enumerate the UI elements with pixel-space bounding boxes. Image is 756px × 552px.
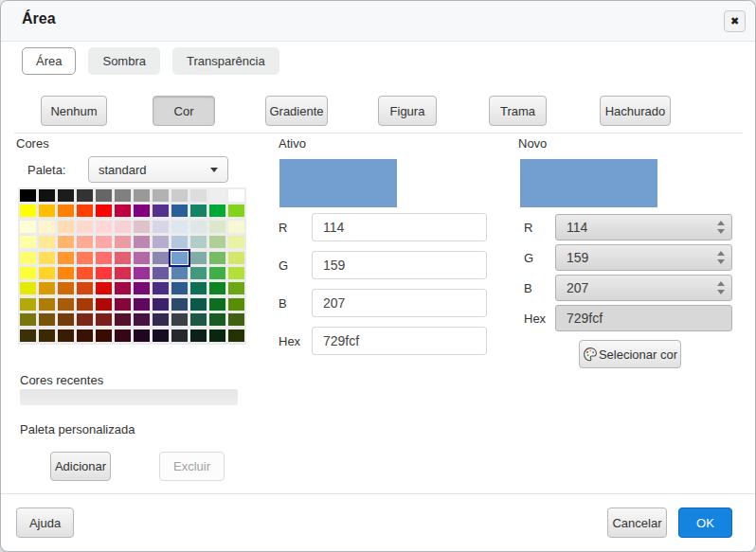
tab-sombra[interactable]: Sombra — [88, 47, 160, 75]
palette-swatch[interactable] — [153, 252, 169, 264]
palette-swatch[interactable] — [171, 267, 188, 279]
palette-swatch[interactable] — [171, 189, 188, 202]
fill-image-button[interactable]: Figura — [378, 96, 437, 126]
palette-swatch[interactable] — [134, 205, 150, 217]
palette-swatch[interactable] — [228, 236, 244, 248]
palette-swatch[interactable] — [96, 205, 112, 217]
spin-down-icon[interactable] — [717, 290, 725, 294]
cancel-button[interactable]: Cancelar — [607, 507, 667, 538]
palette-swatch[interactable] — [228, 298, 244, 311]
spin-up-icon[interactable] — [717, 221, 725, 225]
palette-swatch[interactable] — [228, 221, 244, 233]
palette-swatch[interactable] — [58, 282, 74, 294]
palette-swatch[interactable] — [115, 282, 131, 294]
palette-swatch[interactable] — [96, 267, 112, 279]
palette-swatch[interactable] — [20, 313, 36, 326]
palette-swatch[interactable] — [20, 221, 36, 233]
palette-swatch[interactable] — [190, 282, 207, 294]
palette-swatch[interactable] — [58, 313, 74, 326]
new-hex-field[interactable]: 729fcf — [555, 305, 732, 331]
new-b-spinfield[interactable]: 207 — [555, 275, 732, 301]
active-g-field[interactable]: 159 — [312, 251, 487, 279]
palette-swatch[interactable] — [209, 236, 225, 248]
palette-swatch[interactable] — [171, 313, 188, 326]
palette-swatch[interactable] — [20, 236, 36, 248]
palette-swatch[interactable] — [39, 267, 55, 279]
palette-swatch[interactable] — [134, 329, 150, 342]
fill-gradient-button[interactable]: Gradiente — [265, 96, 328, 126]
palette-swatch[interactable] — [58, 252, 74, 264]
palette-swatch[interactable] — [153, 298, 169, 311]
new-r-spinfield[interactable]: 114 — [555, 214, 732, 240]
palette-swatch[interactable] — [39, 189, 55, 202]
palette-swatch[interactable] — [228, 189, 244, 202]
ok-button[interactable]: OK — [678, 507, 732, 538]
palette-swatch[interactable] — [134, 313, 150, 326]
palette-swatch[interactable] — [209, 329, 225, 342]
palette-swatch[interactable] — [96, 313, 112, 326]
palette-swatch[interactable] — [77, 267, 93, 279]
active-b-field[interactable]: 207 — [312, 289, 487, 317]
spin-up-icon[interactable] — [717, 251, 725, 256]
active-hex-field[interactable]: 729fcf — [312, 327, 487, 355]
fill-color-button[interactable]: Cor — [153, 96, 215, 126]
help-button[interactable]: Ajuda — [16, 507, 74, 538]
palette-swatch[interactable] — [153, 189, 169, 202]
tab-area[interactable]: Área — [22, 47, 76, 75]
palette-swatch[interactable] — [77, 313, 93, 326]
palette-swatch[interactable] — [96, 189, 112, 202]
palette-swatch[interactable] — [77, 282, 93, 294]
palette-swatch[interactable] — [134, 282, 150, 294]
palette-swatch[interactable] — [39, 221, 55, 233]
palette-swatch[interactable] — [171, 205, 188, 217]
palette-swatch[interactable] — [77, 329, 93, 342]
palette-swatch[interactable] — [134, 252, 150, 264]
palette-swatch[interactable] — [20, 252, 36, 264]
palette-swatch[interactable] — [153, 205, 169, 217]
palette-swatch[interactable] — [96, 236, 112, 248]
palette-swatch[interactable] — [77, 252, 93, 264]
palette-swatch[interactable] — [153, 329, 169, 342]
palette-swatch[interactable] — [96, 252, 112, 264]
palette-swatch[interactable] — [209, 298, 225, 311]
palette-swatch[interactable] — [209, 205, 225, 217]
palette-swatch[interactable] — [209, 267, 225, 279]
palette-swatch[interactable] — [190, 189, 207, 202]
palette-swatch[interactable] — [77, 205, 93, 217]
palette-swatch[interactable] — [20, 282, 36, 294]
palette-swatch[interactable] — [58, 236, 74, 248]
palette-swatch[interactable] — [58, 221, 74, 233]
fill-pattern-button[interactable]: Trama — [489, 96, 547, 126]
palette-swatch[interactable] — [39, 252, 55, 264]
palette-swatch[interactable] — [58, 298, 74, 311]
palette-swatch[interactable] — [209, 252, 225, 264]
palette-swatch[interactable] — [115, 267, 131, 279]
active-r-field[interactable]: 114 — [312, 213, 487, 241]
palette-swatch[interactable] — [39, 236, 55, 248]
palette-swatch[interactable] — [190, 252, 207, 264]
close-button[interactable]: ✖ — [724, 10, 746, 32]
palette-swatch[interactable] — [209, 282, 225, 294]
palette-swatch[interactable] — [228, 252, 244, 264]
palette-swatch[interactable] — [115, 236, 131, 248]
palette-swatch[interactable] — [77, 189, 93, 202]
palette-swatch[interactable] — [228, 267, 244, 279]
palette-swatch[interactable] — [39, 298, 55, 311]
palette-swatch[interactable] — [77, 221, 93, 233]
palette-swatch[interactable] — [20, 189, 36, 202]
palette-swatch[interactable] — [134, 221, 150, 233]
palette-swatch[interactable] — [190, 313, 207, 326]
palette-dropdown[interactable]: standard — [88, 156, 228, 183]
new-g-spinfield[interactable]: 159 — [555, 244, 732, 271]
palette-swatch[interactable] — [171, 236, 188, 248]
palette-swatch[interactable] — [115, 313, 131, 326]
palette-swatch[interactable] — [153, 282, 169, 294]
spin-down-icon[interactable] — [717, 229, 725, 234]
palette-swatch[interactable] — [58, 205, 74, 217]
palette-swatch[interactable] — [171, 221, 188, 233]
palette-swatch[interactable] — [190, 267, 207, 279]
palette-swatch[interactable] — [209, 189, 225, 202]
pick-color-button[interactable]: Selecionar cor — [579, 340, 681, 368]
palette-swatch[interactable] — [209, 221, 225, 233]
palette-swatch[interactable] — [134, 267, 150, 279]
